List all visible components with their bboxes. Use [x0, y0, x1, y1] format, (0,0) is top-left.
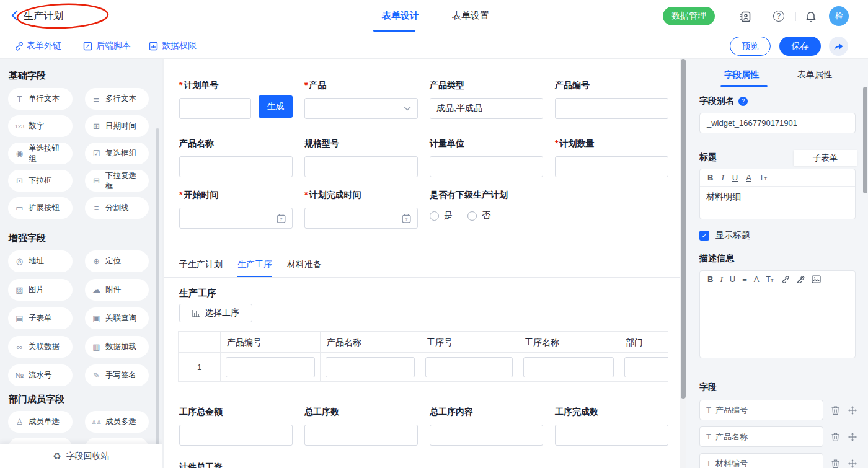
field-single-line-text[interactable]: T单行文本	[8, 88, 73, 110]
product-select[interactable]	[304, 98, 418, 119]
tab-form-settings[interactable]: 表单设置	[452, 10, 489, 22]
product-name-input[interactable]	[179, 156, 293, 177]
radio-no[interactable]: 否	[467, 210, 490, 221]
field-location[interactable]: ⊕定位	[85, 250, 149, 272]
delete-icon[interactable]	[831, 459, 840, 468]
field-product[interactable]: *产品	[304, 80, 418, 119]
tab-field-properties[interactable]: 字段属性	[724, 69, 759, 81]
field-spec-model[interactable]: 规格型号	[304, 138, 418, 177]
form-external-link[interactable]: 表单外链	[14, 40, 61, 51]
panel-scrollbar[interactable]	[863, 87, 867, 193]
bell-icon[interactable]	[805, 11, 817, 22]
panel-field-product-code[interactable]: T产品编号	[699, 400, 823, 420]
back-icon[interactable]	[11, 9, 19, 22]
cell-product-code-input[interactable]	[226, 357, 315, 377]
italic-icon[interactable]: I	[721, 173, 724, 183]
field-process-total-amount[interactable]: 工序总金额	[179, 407, 293, 446]
show-title-checkbox[interactable]: ✓ 显示标题	[699, 230, 750, 241]
field-data-load[interactable]: ▥数据加载	[85, 336, 149, 358]
field-attachment[interactable]: ☁附件	[85, 279, 149, 301]
field-serial-number[interactable]: №流水号	[8, 364, 73, 386]
field-product-name[interactable]: 产品名称	[179, 138, 293, 177]
process-done-count-input[interactable]	[555, 425, 668, 446]
delete-icon[interactable]	[831, 405, 840, 415]
title-editor-content[interactable]: 材料明细	[700, 187, 855, 208]
avatar[interactable]: 检	[829, 6, 849, 26]
field-total-process-count[interactable]: 总工序数	[304, 407, 418, 446]
field-recycle-bin[interactable]: ♻ 字段回收站	[0, 444, 162, 468]
cell-process-name-input[interactable]	[523, 357, 614, 377]
link-icon[interactable]	[781, 275, 789, 284]
field-plan-qty[interactable]: *计划数量	[555, 138, 668, 177]
tab-form-properties[interactable]: 表单属性	[797, 69, 832, 81]
tab-sub-plan[interactable]: 子生产计划	[179, 259, 223, 278]
select-process-button[interactable]: 选择工序	[179, 304, 252, 322]
field-process-done-count[interactable]: 工序完成数	[555, 407, 668, 446]
font-color-icon[interactable]: A	[754, 275, 760, 284]
field-checkbox-group[interactable]: ☑复选框组	[85, 143, 149, 164]
data-manage-button[interactable]: 数据管理	[663, 7, 715, 25]
bold-icon[interactable]: B	[707, 173, 713, 182]
total-process-count-input[interactable]	[304, 425, 418, 446]
field-datetime[interactable]: ⊞日期时间	[85, 115, 149, 137]
tab-material-prep[interactable]: 材料准备	[287, 259, 322, 278]
description-editor[interactable]: B I U ≡ A TT	[699, 270, 856, 358]
field-start-time[interactable]: *开始时间 7	[179, 190, 293, 229]
field-subform[interactable]: ▤子表单	[8, 307, 73, 329]
field-linked-data[interactable]: ∞关联数据	[8, 336, 73, 358]
total-process-content-input[interactable]	[430, 425, 543, 446]
tab-production-process[interactable]: 生产工序	[237, 259, 272, 278]
contact-book-icon[interactable]	[740, 11, 751, 22]
field-member-single[interactable]: ♙成员单选	[8, 411, 73, 433]
field-select[interactable]: ⊡下拉框	[8, 170, 73, 192]
backend-script-link[interactable]: 后端脚本	[83, 40, 131, 51]
panel-field-product-name[interactable]: T产品名称	[699, 426, 823, 447]
panel-field-material-code[interactable]: T材料编号	[699, 453, 823, 468]
plan-number-input[interactable]	[179, 98, 251, 119]
data-permission-link[interactable]: 数据权限	[149, 40, 197, 51]
field-finish-time[interactable]: *计划完成时间 7	[304, 190, 418, 229]
cell-process-no-input[interactable]	[425, 357, 513, 377]
underline-icon[interactable]: U	[730, 275, 735, 284]
finish-time-input[interactable]: 7	[304, 208, 418, 229]
unit-input[interactable]	[430, 156, 543, 177]
generate-button[interactable]: 生成	[259, 95, 293, 118]
delete-icon[interactable]	[831, 432, 840, 442]
share-button[interactable]	[829, 37, 848, 56]
cell-department-input[interactable]	[624, 357, 668, 377]
field-multi-select[interactable]: ⊟下拉复选框	[85, 170, 149, 192]
field-product-code[interactable]: 产品编号	[555, 80, 668, 119]
field-image[interactable]: ▨图片	[8, 279, 73, 301]
image-icon[interactable]	[812, 275, 821, 283]
field-linked-query[interactable]: ▣关联查询	[85, 307, 149, 329]
field-plan-number[interactable]: *计划单号 生成	[179, 80, 293, 119]
canvas-scrollbar[interactable]	[681, 59, 686, 399]
product-code-input[interactable]	[555, 98, 668, 119]
subform-badge[interactable]: 子表单	[794, 150, 857, 166]
start-time-input[interactable]: 7	[179, 208, 293, 229]
font-color-icon[interactable]: A	[746, 173, 751, 182]
field-radio-group[interactable]: ◉单选按钮组	[8, 143, 73, 164]
move-icon[interactable]	[848, 432, 857, 442]
font-size-icon[interactable]: TT	[760, 174, 767, 182]
field-multi-line-text[interactable]: ≣多行文本	[85, 88, 149, 110]
description-editor-content[interactable]	[700, 288, 855, 298]
help-icon[interactable]: ?	[738, 97, 748, 106]
font-size-icon[interactable]: TT	[766, 275, 773, 284]
spec-model-input[interactable]	[304, 156, 418, 177]
sidebar-scrollbar[interactable]	[156, 128, 159, 462]
process-total-amount-input[interactable]	[179, 425, 293, 446]
title-editor[interactable]: B I U A TT 材料明细	[699, 169, 856, 219]
save-button[interactable]: 保存	[779, 37, 821, 56]
align-icon[interactable]: ≡	[742, 275, 747, 284]
italic-icon[interactable]: I	[720, 275, 722, 285]
field-total-process-content[interactable]: 总工序内容	[430, 407, 543, 446]
field-divider[interactable]: ≡分割线	[85, 197, 149, 219]
field-has-sub-plan[interactable]: 是否有下级生产计划 是 否	[430, 190, 572, 221]
help-icon[interactable]: ?	[773, 11, 784, 22]
field-unit[interactable]: 计量单位	[430, 138, 543, 177]
alias-input[interactable]: _widget_1667790171901	[699, 113, 856, 133]
field-extend-button[interactable]: ▭扩展按钮	[8, 197, 73, 219]
move-icon[interactable]	[848, 405, 857, 415]
move-icon[interactable]	[848, 459, 857, 468]
